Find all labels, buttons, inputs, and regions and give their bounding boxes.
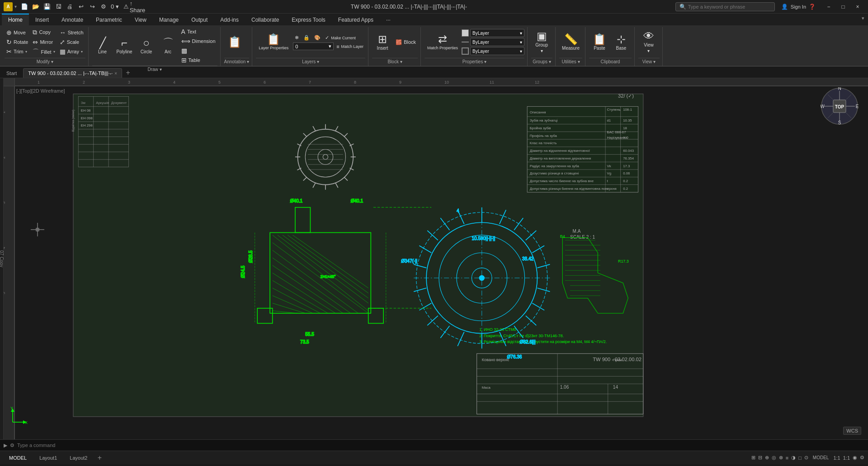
tab-addins[interactable]: Add-ins	[214, 14, 245, 25]
new-btn[interactable]: 📄	[19, 2, 29, 12]
search-box[interactable]: 🔍	[675, 2, 775, 11]
tab-featured[interactable]: Featured Apps	[332, 14, 380, 25]
grid-icon[interactable]: ⊞	[751, 455, 755, 461]
bylayer-1-dropdown[interactable]: ByLayer ▾	[470, 29, 524, 37]
qprop-icon[interactable]: □	[798, 455, 802, 461]
hatch-btn[interactable]: ▩	[179, 46, 217, 55]
insert-btn[interactable]: ⊞ Insert	[372, 32, 393, 52]
match-layer-btn[interactable]: ≡ Match Layer	[335, 42, 365, 50]
open-btn[interactable]: 📂	[31, 2, 41, 12]
search-input[interactable]	[688, 4, 760, 9]
fillet-dropdown[interactable]: ▾	[53, 50, 55, 54]
mirror-btn[interactable]: ⇔ Mirror	[31, 38, 57, 47]
paste-btn[interactable]: 📋 Paste	[589, 32, 610, 52]
bylayer-2-dropdown[interactable]: ByLayer ▾	[470, 38, 524, 46]
undo-btn[interactable]: ↩	[76, 2, 86, 12]
measure-btn[interactable]: 📏 Measure	[559, 32, 582, 52]
annotation-visibility[interactable]: ◉	[853, 455, 857, 461]
start-tab[interactable]: Start	[2, 69, 21, 78]
dimension-btn[interactable]: ⟺ Dimension	[179, 37, 217, 46]
make-current-btn[interactable]: ✓ Make Current	[323, 34, 358, 42]
match-properties-btn[interactable]: ⇄ Match Properties	[425, 32, 461, 52]
rotate-btn[interactable]: ↻ Rotate	[5, 38, 30, 47]
layer-properties-btn[interactable]: 📋 Layer Properties	[256, 32, 291, 52]
save-btn[interactable]: 💾	[42, 2, 52, 12]
layer-color-btn[interactable]: 🎨	[312, 34, 322, 42]
tab-output[interactable]: Output	[185, 14, 214, 25]
command-input[interactable]	[17, 442, 439, 448]
snap-icon[interactable]: ⊟	[758, 455, 762, 461]
app-menu-arrow[interactable]: ▾	[14, 4, 17, 9]
move-label: Move	[14, 30, 26, 35]
field-dropdown[interactable]: 0 ▾	[110, 2, 120, 12]
left-panel[interactable]: 07 Copy	[0, 78, 4, 439]
tab-collaborate[interactable]: Collaborate	[245, 14, 285, 25]
tab-insert[interactable]: Insert	[29, 14, 55, 25]
group-btn[interactable]: ▣ Group ▾	[531, 29, 552, 55]
command-settings[interactable]: ⚙	[10, 442, 14, 448]
layout1-tab[interactable]: Layout1	[34, 454, 62, 461]
array-btn[interactable]: ▦ Array ▾	[58, 47, 85, 56]
tab-home[interactable]: Home	[2, 14, 29, 25]
block-btn[interactable]: 🧱 Block	[394, 38, 418, 46]
polyline-btn[interactable]: ⌐ Polyline	[114, 36, 135, 56]
layer-lock-btn[interactable]: 🔒	[302, 34, 311, 42]
drawing-canvas[interactable]: TW 900 - 03.02.00.02 Ковано верхнє 1.06 …	[15, 86, 868, 439]
table-btn[interactable]: ⊞ Table	[179, 56, 217, 65]
app-menu[interactable]: A ▾	[4, 2, 17, 11]
selection-icon[interactable]: ⊙	[804, 455, 808, 461]
tab-view[interactable]: View	[128, 14, 153, 25]
add-layout-btn[interactable]: +	[94, 453, 104, 463]
layer-freeze-btn[interactable]: ❄	[293, 34, 301, 42]
circle-btn[interactable]: ○ Circle	[136, 36, 157, 56]
scale-btn[interactable]: ⤢ Scale	[58, 38, 85, 47]
ws-icon[interactable]: ⚙	[860, 455, 864, 461]
viewport-scale-icon[interactable]: 1:1	[833, 455, 840, 461]
minimize-btn[interactable]: −	[822, 2, 835, 11]
tab-parametric[interactable]: Parametric	[90, 14, 128, 25]
copy-btn[interactable]: ⧉ Copy	[31, 28, 57, 37]
close-btn[interactable]: ×	[851, 2, 864, 11]
redo-btn[interactable]: ↪	[87, 2, 97, 12]
base-btn[interactable]: ⊹ Base	[611, 32, 632, 52]
array-dropdown[interactable]: ▾	[81, 50, 83, 54]
fillet-btn[interactable]: ⌒ Fillet ▾	[31, 47, 57, 57]
tab-annotate[interactable]: Annotate	[55, 14, 90, 25]
tab-more[interactable]: ···	[380, 14, 397, 25]
layout2-tab[interactable]: Layout2	[64, 454, 93, 461]
stretch-btn[interactable]: ↔ Stretch	[58, 28, 85, 37]
viewport[interactable]: 1 2 3 4 5 6 7 8 9 10 11 12 1 2 3 4	[4, 78, 868, 439]
share-btn[interactable]: ↑ Share	[132, 2, 142, 12]
saveas-btn[interactable]: 🖫	[53, 2, 63, 12]
svg-text:5: 5	[218, 80, 221, 85]
line-btn[interactable]: ╱ Line	[92, 36, 113, 56]
sign-in-btn[interactable]: Sign In	[791, 4, 806, 9]
lineweight-icon[interactable]: ≡	[786, 455, 788, 461]
group-dropdown[interactable]: ▾	[541, 48, 543, 53]
layer-select-dropdown[interactable]: 0 ▾	[293, 42, 334, 50]
app-icon[interactable]: A	[4, 2, 13, 11]
help-icon[interactable]: ❓	[809, 4, 816, 10]
transparency-icon[interactable]: ◑	[791, 455, 796, 461]
ortho-icon[interactable]: ⊕	[765, 455, 769, 461]
annotation-scale[interactable]: 1:1	[843, 455, 850, 461]
color-swatch[interactable]	[462, 29, 469, 37]
tab-manage[interactable]: Manage	[153, 14, 185, 25]
view-btn[interactable]: 👁 View ▾	[638, 29, 659, 55]
view-dropdown[interactable]: ▾	[647, 48, 650, 53]
trim-dropdown[interactable]: ▾	[25, 50, 27, 54]
trim-btn[interactable]: ✂ Trim ▾	[5, 47, 30, 56]
ribbon-collapse-btn[interactable]: ▾	[858, 14, 868, 25]
plot-btn[interactable]: 🖨	[65, 2, 75, 12]
polar-icon[interactable]: ◎	[772, 455, 776, 461]
osnap-icon[interactable]: ⊗	[779, 455, 783, 461]
customise-btn[interactable]: ⚙	[99, 2, 108, 12]
tab-express[interactable]: Express Tools	[285, 14, 331, 25]
maximize-btn[interactable]: □	[836, 2, 850, 11]
text-btn[interactable]: A Text	[179, 27, 217, 36]
arc-btn[interactable]: ⌒ Arc	[158, 36, 179, 56]
bylayer-3-dropdown[interactable]: ByLayer ▾	[470, 47, 524, 55]
move-btn[interactable]: ⊕ Move	[5, 28, 30, 37]
annotation-main-btn[interactable]: 📋	[224, 35, 245, 49]
model-tab[interactable]: MODEL	[4, 454, 32, 461]
